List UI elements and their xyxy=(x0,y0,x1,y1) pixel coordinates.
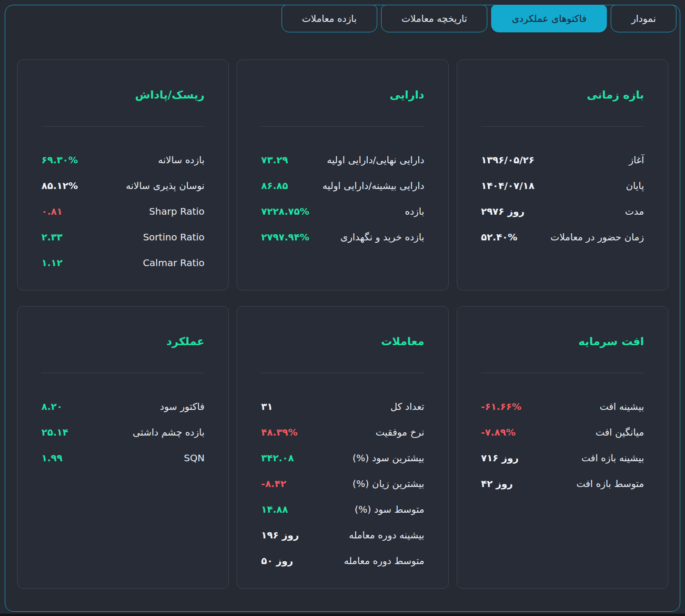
stat-row: Sortino Ratio ۲.۳۳ xyxy=(41,224,204,250)
stat-row: دارایی نهایی/دارایی اولیه ۷۳.۲۹ xyxy=(261,147,424,173)
stat-value: ۷۲۲۸.۷۵% xyxy=(261,206,309,217)
divider xyxy=(261,126,424,127)
stat-value: ۲۵.۱۴ xyxy=(41,427,68,438)
stat-row: بیشینه افت -۶۱.۶۶% xyxy=(481,394,644,419)
stat-label: Sortino Ratio xyxy=(143,231,204,243)
divider xyxy=(41,126,204,127)
stat-label: متوسط بازه افت xyxy=(576,478,644,489)
stat-value: ۱۹۶ روز xyxy=(261,529,299,541)
stat-label: Sharp Ratio xyxy=(149,206,204,217)
tab-trade-history[interactable]: تاریخچه معاملات xyxy=(381,5,488,32)
stat-value: ۱.۱۲ xyxy=(41,257,62,268)
stat-value: -۸.۴۲ xyxy=(261,478,286,489)
stat-value: ۶۹.۳۰% xyxy=(41,154,78,166)
stat-value: ۴۸.۳۹% xyxy=(261,427,297,438)
stat-label: میانگین افت xyxy=(595,427,644,438)
card-trades: معاملات تعداد کل ۳۱ نرخ موفقیت ۴۸.۳۹% بی… xyxy=(237,306,448,589)
stat-row: بیشینه دوره معامله ۱۹۶ روز xyxy=(261,522,424,548)
stat-value: ۱۴.۸۸ xyxy=(261,504,288,515)
card-title: دارایی xyxy=(261,60,424,103)
stat-label: آغاز xyxy=(629,154,644,166)
card-risk-reward: ریسک/پاداش بازده سالانه ۶۹.۳۰% نوسان پذی… xyxy=(17,60,229,290)
card-title: ریسک/پاداش xyxy=(41,60,204,103)
stat-value: ۴۲ روز xyxy=(481,478,513,489)
stat-row: بازده سالانه ۶۹.۳۰% xyxy=(41,147,204,173)
stat-value: ۳۴۲.۰۸ xyxy=(261,452,294,464)
card-title: عملکرد xyxy=(41,307,204,349)
stat-row: بیشترین زیان (%) -۸.۴۲ xyxy=(261,471,424,497)
stat-row: میانگین افت -۷.۸۹% xyxy=(481,419,644,445)
stat-label: بازده سالانه xyxy=(158,154,205,166)
stat-row: مدت ۲۹۷۶ روز xyxy=(481,199,644,224)
stat-label: پایان xyxy=(626,180,644,191)
stat-row: نرخ موفقیت ۴۸.۳۹% xyxy=(261,419,424,445)
card-drawdown: افت سرمایه بیشینه افت -۶۱.۶۶% میانگین اف… xyxy=(457,306,668,589)
stat-value: ۳۱ xyxy=(261,401,272,412)
tab-performance-factors[interactable]: فاکتوهای عملکردی xyxy=(491,5,607,32)
stat-value: ۸۵.۱۲% xyxy=(41,180,78,191)
stat-label: نرخ موفقیت xyxy=(375,427,424,438)
stat-row: پایان ۱۴۰۴/۰۷/۱۸ xyxy=(481,173,644,199)
divider xyxy=(481,373,644,373)
stat-value: -۶۱.۶۶% xyxy=(481,401,522,412)
stat-row: آغاز ۱۳۹۶/۰۵/۲۶ xyxy=(481,147,644,173)
stat-row: متوسط دوره معامله ۵۰ روز xyxy=(261,548,424,574)
stat-rows: بیشینه افت -۶۱.۶۶% میانگین افت -۷.۸۹% بی… xyxy=(481,394,644,497)
stat-label: بیشینه بازه افت xyxy=(581,452,644,464)
stat-row: زمان حضور در معاملات ۵۲.۴۰% xyxy=(481,224,644,250)
card-performance: عملکرد فاکتور سود ۸.۲۰ بازده چشم داشتی ۲… xyxy=(17,306,229,589)
stat-row: بیشترین سود (%) ۳۴۲.۰۸ xyxy=(261,445,424,471)
stat-row: بیشینه بازه افت ۷۱۶ روز xyxy=(481,445,644,471)
stat-value: ۵۲.۴۰% xyxy=(481,231,517,243)
divider xyxy=(261,373,424,373)
stat-label: مدت xyxy=(625,206,644,217)
stat-rows: فاکتور سود ۸.۲۰ بازده چشم داشتی ۲۵.۱۴ SQ… xyxy=(41,394,204,471)
stat-label: بازده xyxy=(405,206,424,217)
stat-value: -۷.۸۹% xyxy=(481,427,516,438)
stat-row: SQN ۱.۹۹ xyxy=(41,445,204,471)
stat-rows: بازده سالانه ۶۹.۳۰% نوسان پذیری سالانه ۸… xyxy=(41,147,204,276)
stat-label: Calmar Ratio xyxy=(143,257,204,268)
stat-row: بازده چشم داشتی ۲۵.۱۴ xyxy=(41,419,204,445)
stat-label: متوسط سود (%) xyxy=(355,504,424,515)
stat-row: فاکتور سود ۸.۲۰ xyxy=(41,394,204,419)
card-title: معاملات xyxy=(261,307,424,349)
divider xyxy=(41,373,204,373)
card-assets: دارایی دارایی نهایی/دارایی اولیه ۷۳.۲۹ د… xyxy=(237,60,448,290)
bottom-divider xyxy=(0,614,685,616)
stat-value: ۷۱۶ روز xyxy=(481,452,519,464)
stat-label: فاکتور سود xyxy=(160,401,205,412)
stat-label: تعداد کل xyxy=(390,401,424,412)
stat-label: بازده خرید و نگهداری xyxy=(341,231,424,243)
stat-label: بیشترین سود (%) xyxy=(353,452,424,464)
stat-value: ۱.۹۹ xyxy=(41,452,62,464)
stat-row: تعداد کل ۳۱ xyxy=(261,394,424,419)
stat-label: بیشترین زیان (%) xyxy=(353,478,424,489)
stat-value: ۰.۸۱ xyxy=(41,206,62,217)
stat-row: بازده خرید و نگهداری ۲۷۹۷.۹۴% xyxy=(261,224,424,250)
tab-chart[interactable]: نمودار xyxy=(611,5,676,32)
stat-label: بیشینه دوره معامله xyxy=(349,529,424,541)
stat-value: ۱۳۹۶/۰۵/۲۶ xyxy=(481,154,534,166)
card-time-range: بازه زمانی آغاز ۱۳۹۶/۰۵/۲۶ پایان ۱۴۰۴/۰۷… xyxy=(457,60,668,290)
cards-grid: بازه زمانی آغاز ۱۳۹۶/۰۵/۲۶ پایان ۱۴۰۴/۰۷… xyxy=(17,60,668,589)
stat-value: ۸۶.۸۵ xyxy=(261,180,288,191)
tab-bar: نمودار فاکتوهای عملکردی تاریخچه معاملات … xyxy=(282,5,676,32)
card-title: افت سرمایه xyxy=(481,307,644,349)
stat-rows: دارایی نهایی/دارایی اولیه ۷۳.۲۹ دارایی ب… xyxy=(261,147,424,250)
stat-row: بازده ۷۲۲۸.۷۵% xyxy=(261,199,424,224)
stat-rows: تعداد کل ۳۱ نرخ موفقیت ۴۸.۳۹% بیشترین سو… xyxy=(261,394,424,574)
stat-label: زمان حضور در معاملات xyxy=(551,231,644,243)
divider xyxy=(481,126,644,127)
stat-label: متوسط دوره معامله xyxy=(344,555,424,566)
stat-row: متوسط بازه افت ۴۲ روز xyxy=(481,471,644,497)
tab-trade-returns[interactable]: بازده معاملات xyxy=(282,5,377,32)
stat-row: Sharp Ratio ۰.۸۱ xyxy=(41,199,204,224)
stat-rows: آغاز ۱۳۹۶/۰۵/۲۶ پایان ۱۴۰۴/۰۷/۱۸ مدت ۲۹۷… xyxy=(481,147,644,250)
stat-value: ۱۴۰۴/۰۷/۱۸ xyxy=(481,180,534,191)
stat-value: ۲۷۹۷.۹۴% xyxy=(261,231,309,243)
stat-label: بیشینه افت xyxy=(600,401,644,412)
stat-value: ۲.۳۳ xyxy=(41,231,62,243)
stat-value: ۸.۲۰ xyxy=(41,401,62,412)
stat-label: دارایی نهایی/دارایی اولیه xyxy=(327,154,424,166)
